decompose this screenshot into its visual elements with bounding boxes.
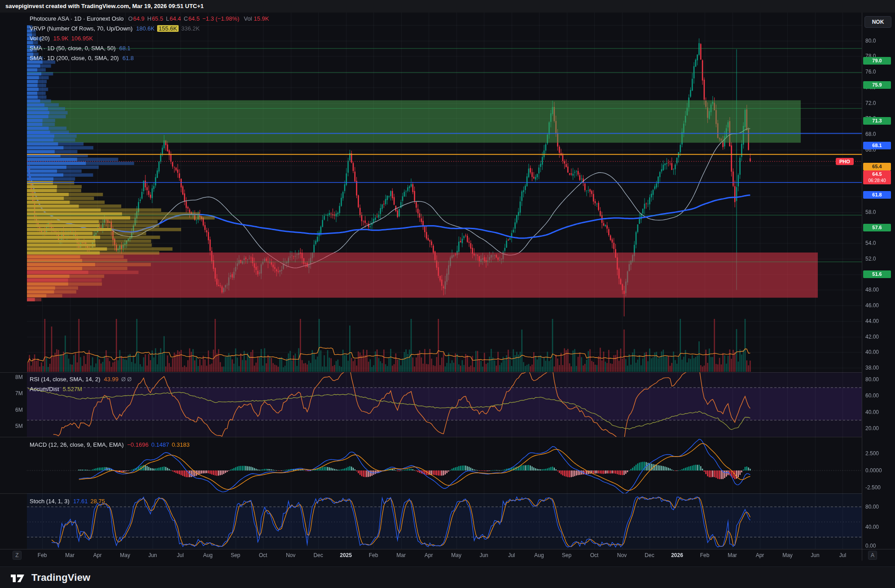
attribution-bar: savepiginvest created with TradingView.c… [0, 0, 895, 13]
price-axis[interactable]: 82.080.078.076.074.072.070.068.066.064.0… [862, 13, 895, 561]
time-label-Nov: Nov [617, 552, 627, 558]
price-tick: 54.0 [865, 240, 876, 246]
price-tag-79.0[interactable]: 79.0 [863, 57, 891, 65]
symbol-price-flag: PHO [836, 158, 854, 165]
price-tick: 80.0 [865, 38, 876, 44]
chart-canvas[interactable] [0, 0, 895, 588]
legend-segment: VRVP (Number Of Rows, 70, Up/Down) [30, 25, 132, 32]
legend-row-sma200[interactable]: SMA · 1D (200, close, 0, SMA, 20)61.8 [30, 55, 134, 61]
time-label-Mar: Mar [65, 552, 75, 558]
time-label-Aug: Aug [203, 552, 212, 558]
legend-segment: 15.9K [254, 15, 269, 22]
stoch-tick: 80.00 [865, 504, 879, 510]
legend-row-stoch[interactable]: Stoch (14, 1, 3)17.6128.75 [30, 498, 105, 505]
price-tick: 76.0 [865, 69, 876, 75]
legend-segment: 68.1 [119, 45, 130, 52]
price-tick: 68.0 [865, 131, 876, 137]
price-tag-75.9[interactable]: 75.9 [863, 81, 891, 89]
legend-segment: 28.75 [90, 498, 105, 505]
price-tag-64.5: 64.506:28:40 [863, 170, 891, 184]
bar-countdown-timer: 06:28:40 [863, 178, 891, 183]
legend-row-volume[interactable]: Vol (20)15.9K106.95K [30, 35, 93, 42]
time-label-Feb: Feb [38, 552, 47, 558]
time-label-Oct: Oct [259, 552, 268, 558]
legend-segment: 43.99 [104, 376, 119, 383]
price-tick: 58.0 [865, 209, 876, 215]
legend-row-sma50[interactable]: SMA · 1D (50, close, 0, SMA, 50)68.1 [30, 45, 131, 52]
time-label-Jul: Jul [839, 552, 846, 558]
tradingview-wordmark[interactable]: TradingView [31, 572, 90, 584]
legend-segment: Stoch (14, 1, 3) [30, 498, 70, 505]
time-label-Mar: Mar [396, 552, 406, 558]
price-tick: 44.00 [865, 318, 879, 324]
legend-row-macd[interactable]: MACD (12, 26, close, 9, EMA, EMA)−0.1696… [30, 441, 189, 448]
time-label-Jul: Jul [508, 552, 515, 558]
time-label-Sep: Sep [231, 552, 240, 558]
legend-segment: 336.2K [181, 25, 200, 32]
price-tag-57.6[interactable]: 57.6 [863, 224, 891, 231]
accdist-tick: 8M [15, 374, 23, 380]
rsi-tick: 20.00 [865, 425, 879, 431]
price-tag-71.3[interactable]: 71.3 [863, 117, 891, 125]
currency-button[interactable]: NOK [864, 16, 891, 28]
time-label-Mar: Mar [728, 552, 737, 558]
rsi-tick: 40.00 [865, 409, 879, 415]
price-tick: 72.0 [865, 100, 876, 106]
time-label-Feb: Feb [369, 552, 378, 558]
legend-segment: 0.3183 [172, 441, 190, 448]
time-label-Aug: Aug [534, 552, 544, 558]
legend-segment: 155.6K [157, 25, 178, 32]
time-axis[interactable]: FebMarAprMayJunJulAugSepOctNovDec2025Feb… [0, 549, 895, 561]
legend-segment: Vol (20) [30, 35, 50, 42]
accdist-tick: 5M [15, 423, 23, 429]
time-label-Jun: Jun [811, 552, 819, 558]
time-label-Jul: Jul [177, 552, 184, 558]
legend-segment: C [184, 15, 188, 22]
auto-scale-button[interactable]: A [868, 551, 877, 560]
price-tag-61.8[interactable]: 61.8 [863, 191, 891, 199]
rsi-tick: 80.00 [865, 376, 879, 383]
legend-segment: −0.1696 [127, 441, 149, 448]
legend-segment: 0.1487 [151, 441, 169, 448]
time-label-Dec: Dec [313, 552, 323, 558]
macd-tick: -2.500 [865, 484, 881, 491]
legend-segment: 180.6K [136, 25, 154, 32]
accdist-tick: 6M [15, 407, 23, 413]
price-tick: 48.00 [865, 287, 879, 293]
price-tag-68.1[interactable]: 68.1 [863, 142, 891, 149]
stoch-tick: 40.00 [865, 524, 879, 530]
time-label-May: May [451, 552, 461, 558]
stoch-tick: 0.00 [865, 543, 876, 549]
legend-row-symbol[interactable]: Photocure ASA · 1D · Euronext OsloO64.9H… [30, 15, 269, 22]
legend-segment: 64.9 [133, 15, 145, 22]
legend-segment: O [128, 15, 133, 22]
price-tag-51.6[interactable]: 51.6 [863, 270, 891, 278]
legend-segment: 106.95K [71, 35, 93, 42]
time-label-May: May [120, 552, 130, 558]
legend-row-accdist[interactable]: Accum/Dist5.527M [30, 386, 82, 392]
time-label-Sep: Sep [562, 552, 571, 558]
attribution-text: savepiginvest created with TradingView.c… [5, 3, 204, 9]
price-tick: 38.00 [865, 365, 879, 371]
time-label-Dec: Dec [645, 552, 654, 558]
legend-segment: −1.3 (−1.98%) [202, 15, 239, 22]
legend-segment: 17.61 [73, 498, 88, 505]
time-label-2025: 2025 [340, 552, 352, 558]
legend-segment: H [147, 15, 151, 22]
time-label-Feb: Feb [700, 552, 710, 558]
price-tag-65.4[interactable]: 65.4 [863, 163, 891, 170]
legend-segment: RSI (14, close, SMA, 14, 2) [30, 376, 101, 383]
legend-segment: 61.8 [123, 55, 134, 61]
macd-tick: 2.500 [865, 450, 879, 457]
rsi-tick: 60.00 [865, 392, 879, 399]
time-label-Apr: Apr [93, 552, 102, 558]
legend-row-rsi[interactable]: RSI (14, close, SMA, 14, 2)43.99ØØ [30, 376, 132, 383]
legend-row-vrvp[interactable]: VRVP (Number Of Rows, 70, Up/Down)180.6K… [30, 25, 200, 32]
time-label-Apr: Apr [425, 552, 433, 558]
time-label-2026: 2026 [671, 552, 683, 558]
tradingview-logo-icon[interactable] [10, 571, 27, 584]
time-label-Nov: Nov [286, 552, 295, 558]
time-label-Apr: Apr [756, 552, 764, 558]
timezone-button[interactable]: Z [13, 551, 22, 560]
macd-tick: 0.0000 [865, 467, 882, 474]
